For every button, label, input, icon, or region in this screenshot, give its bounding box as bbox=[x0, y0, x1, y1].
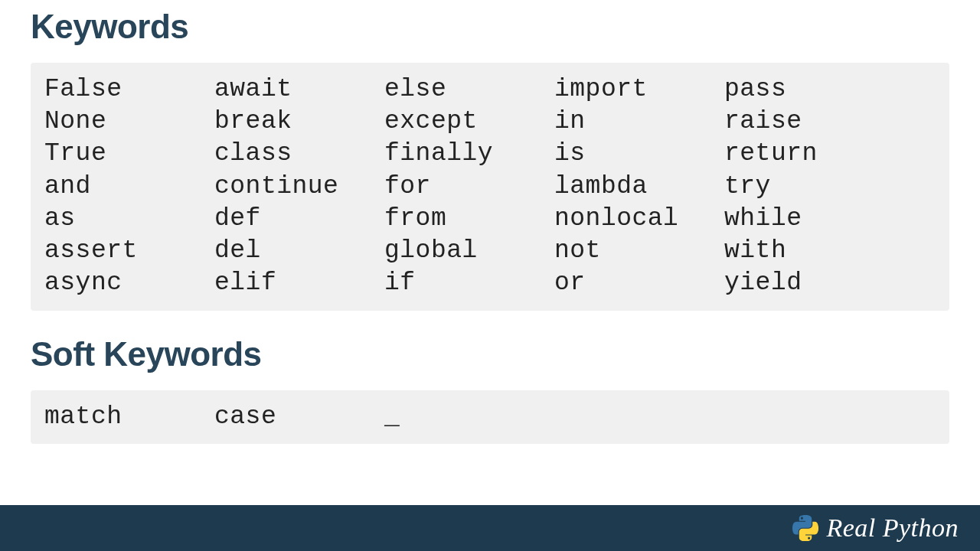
keyword: async bbox=[44, 267, 214, 299]
keyword: True bbox=[44, 138, 214, 170]
soft-keywords-code-block: match case _ bbox=[31, 390, 949, 444]
soft-keywords-row: match case _ bbox=[44, 401, 936, 433]
footer-brand-text: Real Python bbox=[826, 514, 959, 543]
keyword: None bbox=[44, 106, 214, 138]
keyword: assert bbox=[44, 235, 214, 267]
keyword: or bbox=[554, 267, 724, 299]
keyword: else bbox=[384, 73, 554, 106]
keyword: raise bbox=[724, 106, 894, 138]
slide-content: Keywords False None True and as assert a… bbox=[0, 0, 980, 444]
keywords-grid: False None True and as assert async awai… bbox=[44, 73, 936, 300]
keyword: not bbox=[554, 235, 724, 267]
keyword: nonlocal bbox=[554, 203, 724, 235]
keyword: return bbox=[724, 138, 894, 170]
keyword: finally bbox=[384, 138, 554, 170]
keyword: class bbox=[214, 138, 384, 170]
keyword: await bbox=[214, 73, 384, 106]
footer-logo: Real Python bbox=[792, 514, 959, 543]
python-icon bbox=[792, 515, 818, 541]
keywords-column: await break class continue def del elif bbox=[214, 73, 384, 300]
keywords-column: else except finally for from global if bbox=[384, 73, 554, 300]
keyword: del bbox=[214, 235, 384, 267]
soft-keyword: match bbox=[44, 401, 214, 433]
footer-bar: Real Python bbox=[0, 505, 980, 551]
keyword: from bbox=[384, 203, 554, 235]
keywords-code-block: False None True and as assert async awai… bbox=[31, 63, 949, 311]
keyword: except bbox=[384, 106, 554, 138]
keyword: as bbox=[44, 203, 214, 235]
keyword: is bbox=[554, 138, 724, 170]
keyword: try bbox=[724, 171, 894, 203]
keyword: for bbox=[384, 171, 554, 203]
keyword: import bbox=[554, 73, 724, 106]
keyword: with bbox=[724, 235, 894, 267]
keyword: elif bbox=[214, 267, 384, 299]
keywords-heading: Keywords bbox=[31, 8, 949, 46]
keyword: while bbox=[724, 203, 894, 235]
soft-keywords-heading: Soft Keywords bbox=[31, 335, 949, 373]
keywords-column: import in is lambda nonlocal not or bbox=[554, 73, 724, 300]
keyword: lambda bbox=[554, 171, 724, 203]
keyword: yield bbox=[724, 267, 894, 299]
keyword: and bbox=[44, 171, 214, 203]
keywords-column: pass raise return try while with yield bbox=[724, 73, 894, 300]
keyword: def bbox=[214, 203, 384, 235]
soft-keyword: _ bbox=[384, 401, 554, 433]
keyword: False bbox=[44, 73, 214, 106]
slide: Keywords False None True and as assert a… bbox=[0, 0, 980, 551]
keyword: pass bbox=[724, 73, 894, 106]
keyword: in bbox=[554, 106, 724, 138]
keyword: continue bbox=[214, 171, 384, 203]
keyword: if bbox=[384, 267, 554, 299]
keyword: global bbox=[384, 235, 554, 267]
keywords-column: False None True and as assert async bbox=[44, 73, 214, 300]
keyword: break bbox=[214, 106, 384, 138]
soft-keyword: case bbox=[214, 401, 384, 433]
